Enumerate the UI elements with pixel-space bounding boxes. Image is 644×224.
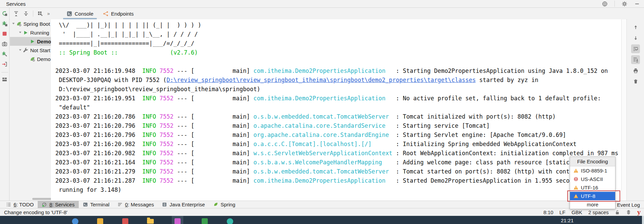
exit-icon[interactable] (2, 61, 7, 67)
status-file-encoding[interactable]: GBK (571, 209, 582, 215)
tab-terminal[interactable]: Terminal (79, 201, 114, 208)
encoding-option-more[interactable]: more (570, 200, 615, 209)
encoding-option-label: ISO-8859-1 (581, 168, 607, 174)
tab-8-services[interactable]: 8: Services (38, 201, 78, 208)
layout-icon[interactable] (2, 77, 7, 82)
console-text (118, 49, 170, 56)
tab-0-messages[interactable]: 0: Messages (113, 201, 158, 208)
console-line: D:\review_springboot\review_springboot_i… (51, 85, 621, 94)
expand-all-icon[interactable] (13, 11, 19, 17)
tab-spring[interactable]: Spring (209, 201, 239, 208)
taskbar-app-pink[interactable] (172, 216, 183, 224)
play-icon (23, 30, 29, 36)
taskbar-app-blue[interactable] (71, 218, 79, 224)
minimize-icon[interactable] (634, 1, 640, 7)
console-text (156, 113, 160, 120)
taskbar-app-green[interactable] (201, 218, 208, 224)
console-text: : Adding welcome page: class path resour… (392, 159, 570, 166)
console-text: --- [ main] (173, 67, 253, 74)
console-text: : Root WebApplicationContext: initializa… (392, 150, 618, 157)
tree-item-demo[interactable]: Demo (10, 55, 51, 63)
attach-debugger-icon[interactable] (2, 51, 7, 57)
status-line-ending[interactable]: LF (559, 209, 566, 215)
console-text (135, 131, 142, 138)
tab-event-log[interactable]: Event Log (617, 201, 640, 208)
scroll-to-end-button[interactable] (631, 55, 640, 64)
console-line: 2023-03-07 21:16:20.786 INFO 7552 --- [ … (51, 112, 621, 121)
print-button[interactable] (631, 66, 640, 75)
error-icon (573, 177, 578, 182)
tree-item-running[interactable]: Running (10, 28, 51, 37)
tab-console[interactable]: Console (62, 8, 98, 19)
y-logo-icon[interactable]: y (637, 212, 641, 212)
taskbar-app-folder[interactable] (147, 218, 154, 224)
console-text: o.s.b.a.w.s.WelcomePageHandlerMapping (253, 159, 392, 166)
scroll-to-end-icon (633, 57, 639, 63)
scroll-up-button[interactable] (631, 23, 640, 32)
console-text (156, 67, 160, 74)
thread-dump-icon[interactable] (2, 41, 7, 47)
tree-item-label: Spring Boot (23, 21, 50, 27)
console-text (135, 141, 142, 147)
endpoints-icon (103, 11, 109, 17)
console-text: o.apache.catalina.core.StandardService (253, 122, 392, 129)
warning-icon (573, 194, 578, 199)
chevron-down-icon[interactable] (11, 21, 16, 26)
console-text (156, 95, 160, 102)
hector-icon[interactable] (626, 210, 631, 215)
console-text: running for 3.148) (55, 186, 121, 193)
taskbar-app-teal[interactable] (226, 218, 234, 224)
tree-item-demo[interactable]: Demo (10, 37, 51, 46)
debug-icon[interactable] (2, 21, 7, 26)
console-text (156, 122, 160, 129)
tree-item-spring-boot[interactable]: Spring Boot (10, 19, 51, 28)
collapse-all-icon[interactable] (23, 11, 29, 17)
show-desktop-button[interactable] (642, 216, 644, 224)
console-line: =========|_|==============|___/=/_/_/_/ (51, 39, 621, 48)
console-text (135, 177, 142, 184)
scroll-down-button[interactable] (631, 34, 640, 42)
console-text: D:\review_springboot\review_springboot_i… (55, 86, 260, 93)
group-by-icon[interactable] (37, 11, 43, 17)
console-text: 7552 (160, 159, 173, 166)
console-text: --- [ main] (173, 159, 253, 166)
console-vertical-scrollbar[interactable] (621, 19, 627, 201)
services-titlebar: Services (0, 0, 644, 8)
console-text: INFO (142, 131, 156, 138)
file-path-link[interactable]: D:\review_springboot\review_springboot_i… (167, 77, 476, 83)
console-text: ' |____| .__|_| |_|_| |_\__, | / / / / (55, 31, 198, 38)
tab-label: 6: TODO (14, 202, 34, 207)
chevron-down-icon[interactable] (18, 48, 23, 53)
status-cursor-position[interactable]: 8:10 (544, 209, 553, 215)
encoding-option-iso-8859-1[interactable]: ISO-8859-1 (570, 166, 615, 175)
encoding-option-utf-16[interactable]: UTF-16 (570, 183, 615, 192)
encoding-option-utf-8[interactable]: UTF-8 (570, 192, 615, 200)
tree-horizontal-scrollbar[interactable] (32, 198, 53, 200)
tab-6-todo[interactable]: 6: TODO (2, 201, 38, 208)
console-text: com.itheima.Demo2PropertiesApplication (253, 95, 392, 102)
encoding-option-label: UTF-16 (581, 185, 598, 190)
console-text: --- [ main] (173, 95, 253, 102)
tab-java-enterprise[interactable]: Java Enterprise (158, 201, 209, 208)
rerun-icon[interactable] (2, 11, 7, 16)
stop-icon[interactable] (2, 31, 7, 37)
taskbar-app-orange[interactable] (96, 218, 104, 224)
tree-item-not-start[interactable]: Not Start (10, 46, 51, 55)
console-text: DESKTOP-3J0PQAQ with PID 7552 ( (55, 77, 167, 83)
lock-open-icon[interactable] (615, 210, 620, 215)
taskbar-app-red[interactable] (122, 218, 129, 224)
console-text: =========|_|==============|___/=/_/_/_/ (55, 40, 194, 47)
status-indent-size[interactable]: 2 spaces (588, 209, 609, 215)
globe-icon[interactable] (602, 1, 608, 7)
encoding-option-us-ascii[interactable]: US-ASCII (570, 175, 615, 183)
soft-wrap-button[interactable] (631, 44, 640, 53)
gear-icon[interactable] (622, 1, 627, 7)
chevron-down-icon[interactable] (18, 30, 23, 35)
clear-console-button[interactable] (631, 77, 640, 86)
console-text: :: Spring Boot :: (55, 49, 118, 56)
tab-endpoints[interactable]: Endpoints (98, 8, 139, 19)
console-line: 2023-03-07 21:16:21.164 INFO 7552 --- [ … (51, 158, 621, 167)
encoding-option-label: US-ASCII (581, 176, 603, 182)
wrench-icon (23, 47, 29, 53)
divider (33, 11, 33, 17)
